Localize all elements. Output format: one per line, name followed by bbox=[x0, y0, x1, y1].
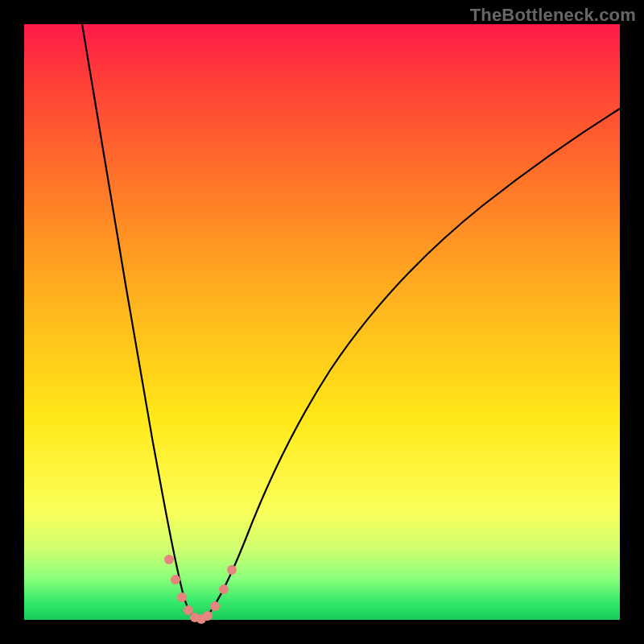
marker-dot bbox=[227, 565, 237, 575]
marker-dot bbox=[203, 611, 213, 621]
curve-left-branch bbox=[82, 24, 195, 617]
marker-dot bbox=[219, 584, 229, 594]
bottleneck-curve bbox=[24, 24, 620, 620]
marker-dot bbox=[177, 592, 187, 602]
marker-dot bbox=[171, 575, 180, 584]
plot-area bbox=[24, 24, 620, 620]
curve-right-branch bbox=[206, 109, 620, 617]
marker-dot bbox=[210, 601, 220, 611]
valley-markers bbox=[164, 555, 237, 624]
marker-dot bbox=[184, 605, 193, 615]
watermark: TheBottleneck.com bbox=[470, 5, 636, 26]
marker-dot bbox=[164, 555, 174, 564]
chart-frame: TheBottleneck.com bbox=[0, 0, 644, 644]
